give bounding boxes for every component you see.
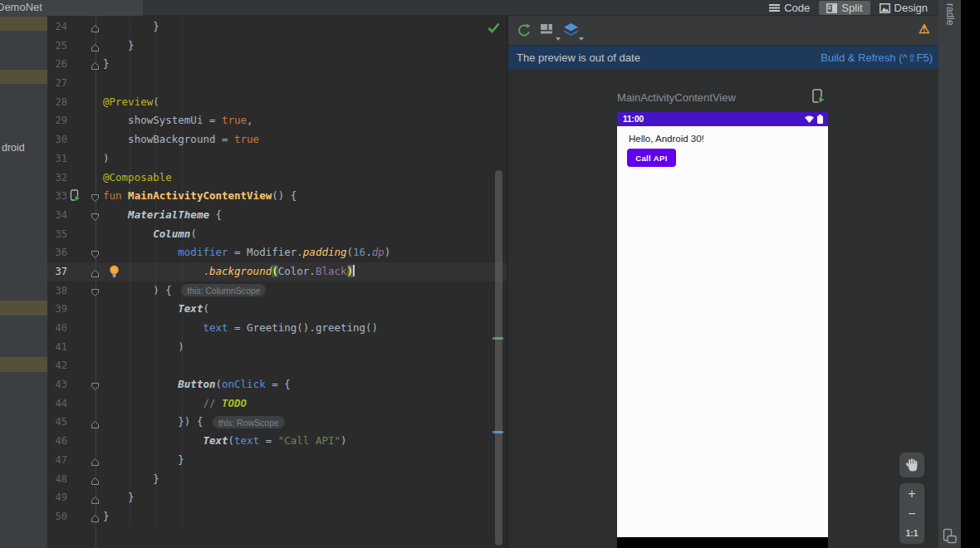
code-line[interactable]: Text(text = "Call API"): [103, 432, 390, 451]
fold-marker-icon[interactable]: [91, 267, 100, 281]
run-composable-gutter-icon[interactable]: [70, 189, 81, 205]
project-tree-item-label[interactable]: droid: [2, 142, 25, 154]
layout-options-icon[interactable]: [540, 23, 558, 40]
line-number[interactable]: 39: [47, 300, 67, 319]
line-number[interactable]: 47: [47, 451, 67, 470]
zoom-in-button[interactable]: +: [908, 487, 915, 502]
intention-lightbulb-icon[interactable]: [109, 265, 120, 281]
fold-marker-icon[interactable]: [91, 247, 100, 262]
code-line[interactable]: }: [103, 55, 390, 74]
fold-marker-icon[interactable]: [91, 379, 100, 394]
preview-composable-title[interactable]: MainActivityContentView: [617, 91, 736, 104]
code-line[interactable]: ): [103, 149, 390, 169]
code-line[interactable]: // TODO: [103, 394, 390, 413]
line-number[interactable]: 42: [47, 356, 67, 375]
zoom-out-button[interactable]: −: [908, 506, 915, 521]
code-line[interactable]: ) { this: ColumnScope: [103, 281, 390, 301]
device-orientation-icon[interactable]: [942, 528, 958, 547]
build-and-refresh-link[interactable]: Build & Refresh (^⇧F5): [821, 51, 933, 64]
line-number[interactable]: 48: [47, 470, 67, 489]
code-line[interactable]: }: [103, 451, 390, 470]
inspection-ok-check-icon[interactable]: [487, 22, 501, 37]
fold-marker-icon[interactable]: [91, 286, 100, 301]
line-number[interactable]: 35: [47, 225, 67, 244]
zoom-actual-size-button[interactable]: 1:1: [905, 526, 918, 541]
project-tree-highlight-row[interactable]: [0, 301, 47, 316]
code-line[interactable]: Text(: [103, 300, 390, 319]
line-number[interactable]: 29: [47, 111, 67, 130]
line-number[interactable]: 24: [47, 17, 67, 37]
line-number[interactable]: 43: [47, 375, 67, 394]
fold-marker-icon[interactable]: [91, 511, 100, 526]
code-line[interactable]: fun MainActivityContentView() {: [103, 187, 390, 206]
code-editor[interactable]: 2425262728293031323334353637383940414243…: [47, 16, 507, 548]
project-tree-highlight-row[interactable]: [0, 17, 47, 31]
code-line[interactable]: }: [103, 470, 390, 489]
line-number[interactable]: 44: [47, 394, 67, 413]
code-line[interactable]: showSystemUi = true,: [103, 111, 390, 130]
fold-marker-icon[interactable]: [91, 493, 100, 508]
code-line[interactable]: [103, 74, 390, 93]
warning-triangle-icon[interactable]: ⚠: [919, 22, 929, 37]
code-line[interactable]: showBackground = true: [103, 130, 390, 149]
project-tree-highlight-row[interactable]: [0, 70, 47, 84]
call-api-button[interactable]: Call API: [627, 149, 676, 167]
line-number[interactable]: 46: [47, 432, 67, 451]
line-number[interactable]: 45: [47, 413, 67, 432]
pan-hand-button[interactable]: [899, 453, 924, 477]
gradle-stripe-tab[interactable]: radle: [944, 3, 956, 26]
code-line[interactable]: @Preview(: [103, 93, 390, 112]
code-line[interactable]: .background(Color.Black): [103, 262, 390, 281]
fold-marker-icon[interactable]: [91, 59, 100, 74]
code-line[interactable]: @Composable: [103, 169, 390, 188]
tab-design[interactable]: Design: [872, 1, 935, 15]
tab-split[interactable]: Split: [819, 1, 870, 15]
line-number[interactable]: 33: [47, 187, 67, 206]
line-number[interactable]: 37: [47, 262, 67, 281]
code-line[interactable]: modifier = Modifier.padding(16.dp): [103, 243, 390, 262]
tab-code[interactable]: Code: [762, 1, 817, 15]
code-line[interactable]: }: [103, 17, 390, 37]
line-number[interactable]: 25: [47, 37, 67, 56]
code-text-area[interactable]: } }}@Preview( showSystemUi = true, showB…: [103, 17, 390, 526]
code-line[interactable]: }: [103, 488, 390, 507]
line-number[interactable]: 50: [47, 507, 67, 526]
project-tool-window-sliver[interactable]: droid: [0, 16, 47, 548]
code-line[interactable]: [103, 356, 390, 375]
fold-marker-icon[interactable]: [91, 418, 100, 433]
line-number[interactable]: 30: [47, 130, 67, 149]
code-line[interactable]: Button(onClick = {: [103, 375, 390, 394]
fold-marker-icon[interactable]: [91, 455, 100, 470]
editor-scrollbar-thumb[interactable]: [495, 170, 502, 546]
fold-marker-icon[interactable]: [91, 191, 100, 206]
line-number[interactable]: 49: [47, 488, 67, 507]
line-number[interactable]: 41: [47, 338, 67, 357]
line-number[interactable]: 34: [47, 206, 67, 225]
fold-marker-icon[interactable]: [91, 22, 100, 37]
fold-marker-icon[interactable]: [91, 474, 100, 489]
run-preview-on-device-icon[interactable]: [812, 89, 826, 107]
code-line[interactable]: ): [103, 338, 390, 357]
code-line[interactable]: }: [103, 37, 390, 56]
code-line[interactable]: }) { this: RowScope: [103, 413, 390, 432]
editor-tab-project[interactable]: DemoNet: [0, 0, 143, 16]
fold-marker-icon[interactable]: [91, 41, 100, 56]
line-number[interactable]: 31: [47, 149, 67, 169]
code-line[interactable]: text = Greeting().greeting(): [103, 319, 390, 338]
layers-view-icon[interactable]: [563, 23, 581, 40]
line-number[interactable]: 32: [47, 169, 67, 188]
line-number[interactable]: 28: [47, 93, 67, 112]
code-line[interactable]: MaterialTheme {: [103, 206, 390, 225]
code-line[interactable]: }: [103, 507, 390, 526]
line-number[interactable]: 27: [47, 74, 67, 93]
gutter-line-numbers[interactable]: 2425262728293031323334353637383940414243…: [47, 17, 67, 526]
refresh-preview-icon[interactable]: [517, 23, 535, 40]
line-number[interactable]: 36: [47, 243, 67, 262]
code-line[interactable]: Column(: [103, 225, 390, 244]
line-number[interactable]: 40: [47, 319, 67, 338]
device-preview-frame[interactable]: 11:00 Hello, Android 30! Call API: [617, 112, 828, 548]
line-number[interactable]: 38: [47, 281, 67, 301]
fold-marker-icon[interactable]: [91, 210, 100, 225]
project-tree-highlight-row[interactable]: [0, 357, 47, 372]
line-number[interactable]: 26: [47, 55, 67, 74]
